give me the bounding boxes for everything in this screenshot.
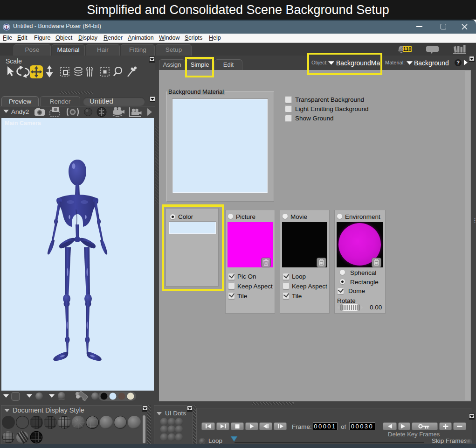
svg-text:110: 110 — [403, 46, 412, 52]
